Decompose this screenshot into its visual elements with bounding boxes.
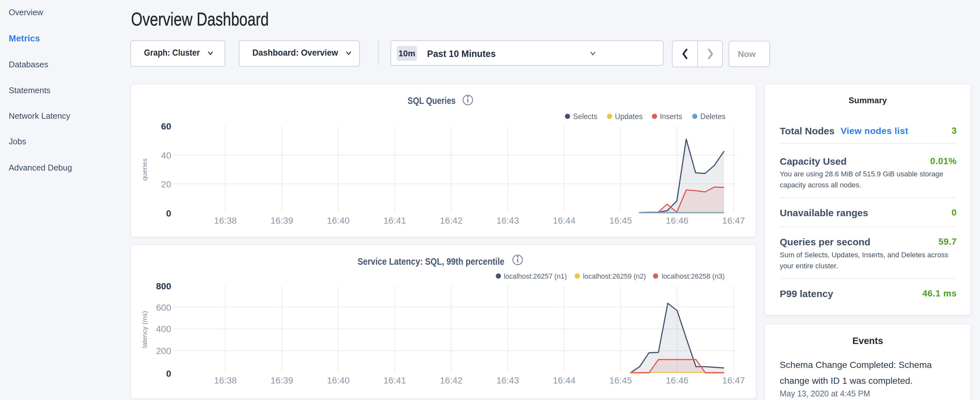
svg-text:Selects: Selects: [573, 112, 597, 121]
svg-text:16:41: 16:41: [383, 375, 406, 386]
svg-text:localhost:26259 (n2): localhost:26259 (n2): [583, 273, 646, 280]
svg-text:16:43: 16:43: [496, 215, 519, 226]
svg-text:Service Latency: SQL, 99th per: Service Latency: SQL, 99th percentile: [358, 256, 504, 266]
svg-text:16:46: 16:46: [666, 215, 689, 226]
svg-text:16:39: 16:39: [270, 375, 293, 386]
svg-text:0: 0: [166, 369, 171, 379]
svg-text:16:47: 16:47: [722, 375, 745, 386]
svg-text:16:38: 16:38: [214, 375, 237, 386]
svg-text:latency (ms): latency (ms): [141, 311, 148, 348]
svg-text:localhost:26257 (n1): localhost:26257 (n1): [504, 273, 567, 280]
svg-text:16:46: 16:46: [666, 375, 689, 386]
svg-text:queries: queries: [141, 159, 148, 181]
svg-text:Deletes: Deletes: [700, 112, 725, 121]
svg-text:16:42: 16:42: [440, 215, 463, 226]
svg-text:16:41: 16:41: [383, 215, 406, 226]
svg-text:Inserts: Inserts: [660, 112, 682, 121]
svg-text:16:47: 16:47: [722, 215, 745, 226]
svg-text:Updates: Updates: [615, 112, 643, 121]
svg-text:16:43: 16:43: [496, 375, 519, 386]
svg-text:16:40: 16:40: [327, 215, 350, 226]
svg-text:800: 800: [156, 281, 171, 291]
svg-text:20: 20: [161, 179, 171, 189]
svg-text:16:44: 16:44: [553, 215, 576, 226]
svg-text:60: 60: [161, 121, 171, 131]
svg-text:16:45: 16:45: [609, 215, 632, 226]
svg-text:localhost:26258 (n3): localhost:26258 (n3): [662, 273, 725, 280]
svg-text:400: 400: [156, 324, 171, 334]
svg-text:16:39: 16:39: [270, 215, 293, 226]
svg-text:0: 0: [166, 209, 171, 218]
svg-text:600: 600: [156, 303, 171, 312]
svg-text:200: 200: [156, 346, 171, 356]
svg-text:16:40: 16:40: [327, 375, 350, 386]
svg-text:16:38: 16:38: [214, 215, 237, 226]
svg-text:SQL Queries: SQL Queries: [408, 95, 456, 106]
svg-text:40: 40: [161, 150, 171, 161]
svg-text:16:42: 16:42: [440, 375, 463, 386]
svg-text:16:44: 16:44: [553, 375, 576, 386]
svg-text:16:45: 16:45: [609, 375, 632, 386]
